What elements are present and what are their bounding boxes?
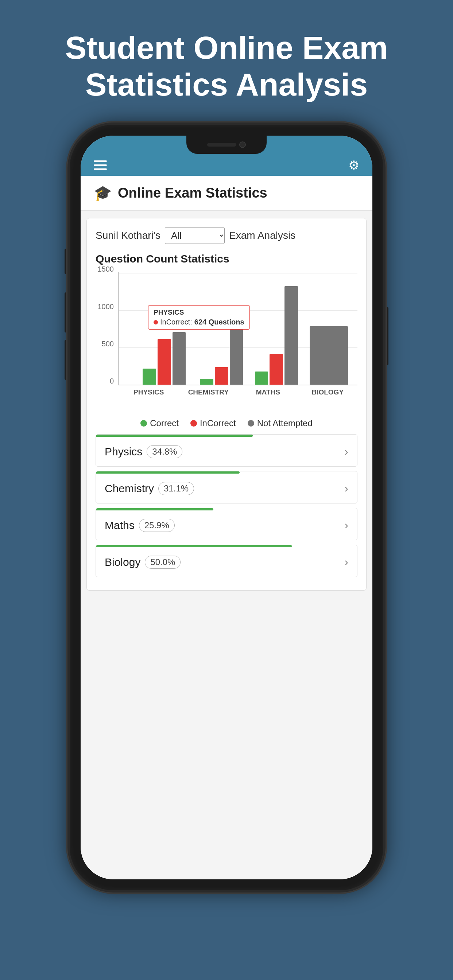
maths-label: Maths — [105, 519, 135, 531]
x-label-physics: PHYSICS — [119, 388, 179, 396]
bar-biology-not-attempted — [309, 326, 348, 385]
volume-up-button — [65, 293, 70, 332]
front-camera — [239, 142, 246, 148]
x-label-chemistry: CHEMISTRY — [179, 388, 239, 396]
tooltip-number: 624 Questions — [195, 318, 244, 326]
x-label-maths: MATHS — [238, 388, 298, 396]
power-button — [383, 307, 388, 365]
bar-physics-not-attempted — [172, 332, 186, 385]
speaker-grille — [207, 143, 236, 146]
tooltip-dot — [153, 320, 158, 325]
chart-tooltip: PHYSICS InCorrect: 624 Questions — [148, 305, 250, 329]
page-title: Online Exam Statistics — [118, 185, 267, 201]
legend-incorrect-label: InCorrect — [200, 418, 236, 428]
chart-container: 0 500 1000 1500 — [96, 272, 357, 411]
bar-physics-incorrect — [158, 339, 171, 385]
tooltip-value: InCorrect: 624 Questions — [153, 318, 244, 326]
legend-correct-dot — [140, 420, 147, 426]
phone-screen: ⚙ 🎓 Online Exam Statistics Sunil Kothari… — [81, 135, 372, 880]
legend-incorrect: InCorrect — [190, 418, 236, 428]
subject-name-biology: Biology 50.0% — [105, 555, 180, 569]
bar-chemistry-correct — [200, 379, 214, 385]
chart-title: Question Count Statistics — [96, 253, 357, 265]
y-label-1500: 1500 — [96, 265, 117, 274]
physics-label: Physics — [105, 445, 142, 458]
phone-frame: ⚙ 🎓 Online Exam Statistics Sunil Kothari… — [70, 125, 383, 890]
chart-area: PHYSICS InCorrect: 624 Questions — [118, 272, 357, 385]
hamburger-menu-button[interactable] — [94, 161, 107, 170]
chart-legend: Correct InCorrect Not Attempted — [96, 418, 357, 428]
legend-not-attempted-label: Not Attempted — [257, 418, 313, 428]
biology-pct-badge: 50.0% — [145, 555, 180, 569]
phone-mockup: ⚙ 🎓 Online Exam Statistics Sunil Kothari… — [70, 125, 383, 890]
x-label-biology: BIOLOGY — [298, 388, 358, 396]
chevron-right-physics: › — [344, 445, 348, 458]
biology-label: Biology — [105, 556, 140, 568]
legend-correct-label: Correct — [150, 418, 179, 428]
hamburger-line-2 — [94, 164, 107, 166]
y-label-0: 0 — [96, 377, 117, 385]
chevron-right-biology: › — [344, 555, 348, 569]
legend-not-attempted: Not Attempted — [248, 418, 313, 428]
tooltip-label: InCorrect: — [160, 318, 192, 326]
subject-name-maths: Maths 25.9% — [105, 519, 175, 532]
y-label-500: 500 — [96, 340, 117, 348]
app-title-text: Student Online Exam Statistics Analysis — [65, 30, 388, 102]
legend-not-attempted-dot — [248, 420, 254, 426]
bars-biology — [309, 326, 348, 385]
bar-maths-incorrect — [270, 354, 283, 385]
exam-analysis-suffix: Exam Analysis — [229, 230, 295, 241]
student-header: Sunil Kothari's All Physics Chemistry Ma… — [96, 227, 357, 244]
chemistry-label: Chemistry — [105, 482, 154, 495]
subject-row-chemistry-inner: Chemistry 31.1% › — [96, 474, 357, 503]
subject-row-chemistry[interactable]: Chemistry 31.1% › — [96, 471, 357, 503]
chevron-right-maths: › — [344, 519, 348, 532]
subject-row-maths[interactable]: Maths 25.9% › — [96, 508, 357, 540]
hamburger-line-1 — [94, 161, 107, 162]
content-area: 🎓 Online Exam Statistics Sunil Kothari's… — [81, 176, 372, 880]
graduation-icon: 🎓 — [94, 185, 112, 202]
chevron-right-chemistry: › — [344, 482, 348, 495]
volume-down-button — [65, 340, 70, 380]
volume-mute-button — [65, 249, 70, 274]
page-title-bar: 🎓 Online Exam Statistics — [81, 176, 372, 211]
y-axis-labels: 0 500 1000 1500 — [96, 272, 117, 385]
bars-physics — [143, 332, 186, 385]
subject-row-physics-inner: Physics 34.8% › — [96, 437, 357, 466]
hamburger-line-3 — [94, 169, 107, 170]
grid-line-1500 — [119, 273, 357, 274]
subject-name-chemistry: Chemistry 31.1% — [105, 482, 194, 495]
bar-maths-not-attempted — [284, 286, 298, 385]
legend-incorrect-dot — [190, 420, 197, 426]
subject-name-physics: Physics 34.8% — [105, 445, 182, 458]
exam-select[interactable]: All Physics Chemistry Maths Biology — [165, 227, 225, 244]
chemistry-pct-badge: 31.1% — [158, 482, 194, 495]
app-title: Student Online Exam Statistics Analysis — [0, 0, 453, 125]
legend-correct: Correct — [140, 418, 179, 428]
bar-chemistry-incorrect — [215, 367, 228, 385]
subject-row-biology-inner: Biology 50.0% › — [96, 547, 357, 577]
phone-notch — [187, 135, 266, 154]
subject-list: Physics 34.8% › Chemistry — [96, 434, 357, 577]
tooltip-subject: PHYSICS — [153, 309, 244, 317]
y-label-1000: 1000 — [96, 302, 117, 311]
maths-pct-badge: 25.9% — [139, 519, 175, 532]
bar-physics-correct — [143, 369, 156, 385]
main-card: Sunil Kothari's All Physics Chemistry Ma… — [86, 218, 367, 590]
student-name-prefix: Sunil Kothari's — [96, 230, 161, 241]
bar-maths-correct — [255, 372, 268, 385]
subject-row-biology[interactable]: Biology 50.0% › — [96, 545, 357, 577]
settings-icon[interactable]: ⚙ — [348, 158, 359, 172]
x-axis-labels: PHYSICS CHEMISTRY MATHS BIOLOGY — [119, 388, 357, 396]
subject-row-physics[interactable]: Physics 34.8% › — [96, 434, 357, 467]
bars-maths — [255, 286, 298, 385]
physics-pct-badge: 34.8% — [147, 445, 182, 458]
subject-row-maths-inner: Maths 25.9% › — [96, 511, 357, 540]
